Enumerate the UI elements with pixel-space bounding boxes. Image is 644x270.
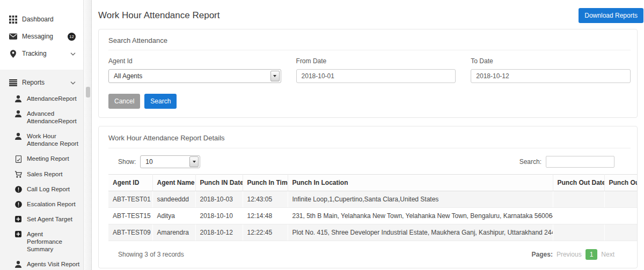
- cell-punch-out-date: [553, 191, 604, 208]
- cell-punch-out-time: [604, 224, 637, 241]
- sidebar-item-label: Escalation Report: [27, 200, 76, 208]
- sidebar-item-tracking[interactable]: Tracking: [0, 45, 83, 62]
- dropdown-arrow-icon[interactable]: [270, 71, 280, 81]
- agent-id-selected-value: All Agents: [114, 72, 142, 80]
- agent-id-select[interactable]: All Agents: [108, 69, 281, 83]
- sidebar-item-agent-performance-summary[interactable]: Agent Performance Summary: [0, 227, 83, 257]
- sidebar-item-label: Advanced AttendanceReport: [27, 110, 80, 125]
- sidebar-item-label: Messaging: [22, 33, 63, 40]
- col-header-punch-in-time[interactable]: Punch In Time: [243, 175, 288, 191]
- sidebar-item-label: Tracking: [22, 50, 65, 57]
- sidebar-item-label: Agent Performance Summary: [27, 230, 80, 253]
- search-button[interactable]: Search: [144, 94, 177, 109]
- sidebar-item-label: Agents Visit Report: [27, 260, 79, 268]
- cancel-button[interactable]: Cancel: [108, 94, 140, 109]
- sidebar-item-reports[interactable]: Reports: [0, 74, 83, 91]
- table-row: ABT-TEST15 Aditya 2018-10-10 12:14:48 23…: [108, 208, 637, 224]
- page-title: Work Hour Attendance Report: [98, 10, 219, 21]
- table-search-input[interactable]: [546, 156, 614, 168]
- main-content: Work Hour Attendance Report Download Rep…: [92, 0, 644, 270]
- sidebar-item-dashboard[interactable]: Dashboard: [0, 11, 83, 28]
- table-controls: Show: 10 Search:: [118, 155, 614, 168]
- col-header-punch-in-location[interactable]: Punch In Location: [288, 175, 553, 191]
- from-date-field: From Date: [296, 57, 456, 83]
- show-label: Show:: [118, 158, 136, 166]
- table-search-control: Search:: [519, 156, 614, 168]
- from-date-input[interactable]: [296, 69, 456, 83]
- cell-punch-in-date: 2018-10-03: [195, 191, 243, 208]
- table-row: ABT-TEST09 Amarendra 2018-10-12 12:22:45…: [108, 224, 637, 241]
- cell-punch-out-time: [604, 191, 637, 208]
- search-buttons-row: Cancel Search: [108, 94, 631, 109]
- plus-square-icon: [14, 215, 22, 222]
- col-header-punch-in-date[interactable]: Punch IN Date: [195, 175, 243, 191]
- sidebar-item-escalation-report[interactable]: Escalation Report: [0, 197, 83, 212]
- to-date-input[interactable]: [471, 69, 631, 83]
- cell-agent-name: Aditya: [152, 208, 195, 224]
- cell-agent-name: sandeeddd: [152, 191, 195, 208]
- search-form-row: Agent Id All Agents From Date To Date: [108, 57, 631, 83]
- cell-punch-in-time: 12:43:05: [243, 191, 288, 208]
- sidebar-scrollbar[interactable]: [83, 0, 92, 270]
- cell-punch-in-location: 231, 5th B Main, Yelahanka New Town, Yel…: [288, 208, 553, 224]
- scrollbar-thumb[interactable]: [86, 87, 90, 98]
- show-entries-value: 10: [145, 158, 152, 166]
- cell-punch-in-time: 12:22:45: [243, 224, 288, 241]
- agent-id-label: Agent Id: [108, 57, 281, 65]
- download-reports-button[interactable]: Download Reports: [579, 8, 643, 23]
- sidebar-item-sales-report[interactable]: Sales Report: [0, 167, 83, 182]
- messaging-count-badge: 12: [68, 33, 76, 41]
- cell-agent-name: Amarendra: [152, 224, 195, 241]
- pagination-previous[interactable]: Previous: [557, 251, 582, 258]
- cell-agent-id: ABT-TEST01: [108, 191, 152, 208]
- table-search-label: Search:: [519, 158, 541, 166]
- cell-agent-id: ABT-TEST15: [108, 208, 152, 224]
- search-panel-title: Search Attendance: [108, 36, 631, 50]
- sidebar-item-work-hour-attendance-report[interactable]: Work Hour Attendance Report: [0, 129, 83, 151]
- sidebar-item-call-log-report[interactable]: Call Log Report: [0, 182, 83, 197]
- show-entries-select[interactable]: 10: [140, 155, 200, 168]
- sidebar-item-attendance-report[interactable]: AttendanceReport: [0, 91, 83, 106]
- sidebar-item-label: Set Agent Target: [27, 215, 72, 223]
- pagination-next[interactable]: Next: [601, 251, 614, 258]
- pagination-page-1[interactable]: 1: [586, 249, 598, 260]
- attendance-table: Agent ID Agent Name Punch IN Date Punch …: [108, 174, 637, 241]
- sidebar-item-advanced-attendance-report[interactable]: Advanced AttendanceReport: [0, 106, 83, 129]
- cell-punch-in-location: Infinite Loop,1,Cupertino,Santa Clara,Un…: [288, 191, 553, 208]
- sidebar-item-label: Work Hour Attendance Report: [27, 132, 80, 147]
- pagination: Pages: Previous 1 Next: [532, 249, 614, 260]
- attendance-table-wrap: Agent ID Agent Name Punch IN Date Punch …: [108, 174, 637, 241]
- sidebar-item-agents-visit-report[interactable]: Agents Visit Report: [0, 257, 83, 270]
- envelope-icon: [9, 33, 17, 40]
- dropdown-arrow-icon[interactable]: [189, 156, 199, 167]
- grid-icon: [9, 16, 17, 24]
- map-marker-icon: [9, 50, 17, 58]
- from-date-label: From Date: [296, 57, 456, 65]
- col-header-punch-out-time[interactable]: Punch Out Time: [604, 175, 637, 191]
- cell-punch-in-date: 2018-10-10: [195, 208, 243, 224]
- sidebar-item-meeting-report[interactable]: Meeting Report: [0, 151, 83, 167]
- table-footer: Showing 3 of 3 records Pages: Previous 1…: [99, 241, 637, 268]
- sidebar-item-set-agent-target[interactable]: Set Agent Target: [0, 212, 83, 227]
- user-icon: [14, 132, 22, 140]
- exclamation-circle-icon: [14, 200, 22, 208]
- exclamation-circle-icon: [14, 185, 22, 193]
- agent-id-field: Agent Id All Agents: [108, 57, 281, 83]
- table-row: ABT-TEST01 sandeeddd 2018-10-03 12:43:05…: [108, 191, 637, 208]
- cell-punch-in-time: 12:14:48: [243, 208, 288, 224]
- col-header-agent-id[interactable]: Agent ID: [108, 175, 152, 191]
- details-panel-title: Work Hour Attendance Report Details: [108, 134, 631, 148]
- show-entries-control: Show: 10: [118, 155, 200, 168]
- cell-punch-out-date: [553, 208, 604, 224]
- sidebar: Dashboard Messaging 12 Tracking Reports: [0, 0, 83, 270]
- records-count-text: Showing 3 of 3 records: [118, 251, 184, 258]
- col-header-punch-out-date[interactable]: Punch Out Date: [553, 175, 604, 191]
- sidebar-reports-section: Reports AttendanceReport Advanced Attend…: [0, 70, 83, 270]
- col-header-agent-name[interactable]: Agent Name: [152, 175, 195, 191]
- cell-agent-id: ABT-TEST09: [108, 224, 152, 241]
- search-attendance-panel: Search Attendance Agent Id All Agents Fr…: [98, 29, 638, 118]
- sidebar-item-label: Sales Report: [27, 170, 62, 178]
- chevron-down-icon: [70, 50, 76, 57]
- sidebar-item-messaging[interactable]: Messaging 12: [0, 28, 83, 45]
- report-details-panel: Work Hour Attendance Report Details Show…: [98, 126, 638, 268]
